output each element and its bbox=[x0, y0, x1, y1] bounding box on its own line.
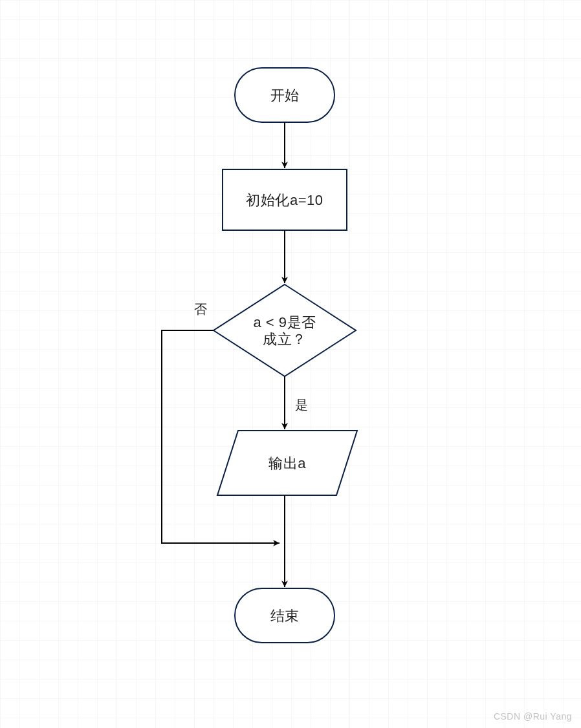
output-node: 输出a bbox=[217, 431, 357, 495]
start-label: 开始 bbox=[270, 87, 300, 103]
init-node: 初始化a=10 bbox=[223, 169, 347, 230]
output-label: 输出a bbox=[269, 455, 306, 471]
edge-label-no: 否 bbox=[194, 302, 207, 316]
end-node: 结束 bbox=[235, 588, 334, 643]
edge-label-yes: 是 bbox=[295, 398, 308, 412]
decision-label-line2: 成立？ bbox=[263, 331, 307, 347]
flowchart-svg: 开始 初始化a=10 a < 9是否 成立？ 否 是 输出a bbox=[0, 0, 581, 728]
start-node: 开始 bbox=[235, 68, 334, 122]
decision-node: a < 9是否 成立？ bbox=[214, 284, 356, 376]
decision-label-line1: a < 9是否 bbox=[253, 314, 316, 330]
init-label: 初始化a=10 bbox=[246, 192, 323, 208]
flowchart-canvas: 开始 初始化a=10 a < 9是否 成立？ 否 是 输出a bbox=[0, 0, 581, 728]
end-label: 结束 bbox=[270, 608, 300, 624]
